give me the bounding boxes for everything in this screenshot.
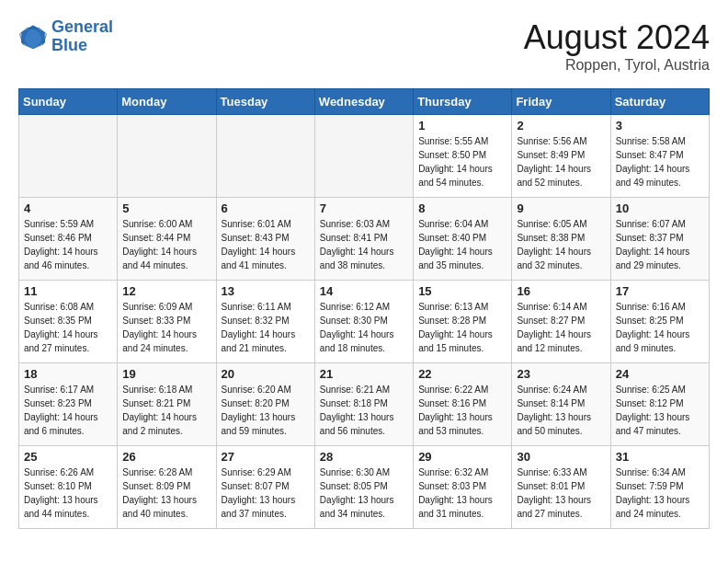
day-info: Sunrise: 5:59 AMSunset: 8:46 PMDaylight:…	[24, 217, 112, 272]
day-number: 31	[616, 450, 704, 464]
calendar-cell: 19Sunrise: 6:18 AMSunset: 8:21 PMDayligh…	[118, 363, 216, 446]
calendar-cell: 4Sunrise: 5:59 AMSunset: 8:46 PMDaylight…	[19, 198, 118, 281]
logo: General Blue	[18, 18, 113, 55]
day-number: 3	[616, 119, 704, 132]
calendar-cell: 22Sunrise: 6:22 AMSunset: 8:16 PMDayligh…	[414, 363, 512, 446]
calendar-week-3: 11Sunrise: 6:08 AMSunset: 8:35 PMDayligh…	[19, 281, 710, 363]
calendar-cell: 26Sunrise: 6:28 AMSunset: 8:09 PMDayligh…	[118, 446, 216, 529]
calendar-cell: 17Sunrise: 6:16 AMSunset: 8:25 PMDayligh…	[610, 281, 709, 363]
day-number: 28	[320, 450, 408, 464]
day-info: Sunrise: 6:08 AMSunset: 8:35 PMDaylight:…	[24, 300, 112, 355]
day-number: 18	[24, 367, 112, 381]
weekday-header-tuesday: Tuesday	[216, 89, 314, 115]
calendar-cell: 28Sunrise: 6:30 AMSunset: 8:05 PMDayligh…	[314, 446, 413, 529]
weekday-header-friday: Friday	[512, 89, 610, 115]
day-info: Sunrise: 5:55 AMSunset: 8:50 PMDaylight:…	[418, 134, 506, 190]
calendar-table: SundayMondayTuesdayWednesdayThursdayFrid…	[18, 88, 710, 529]
day-info: Sunrise: 6:11 AMSunset: 8:32 PMDaylight:…	[222, 300, 310, 355]
day-number: 23	[517, 367, 605, 381]
day-number: 21	[320, 367, 408, 381]
logo-icon	[18, 22, 48, 52]
weekday-header-thursday: Thursday	[414, 89, 512, 115]
day-info: Sunrise: 6:26 AMSunset: 8:10 PMDaylight:…	[24, 465, 112, 521]
calendar-cell: 21Sunrise: 6:21 AMSunset: 8:18 PMDayligh…	[314, 363, 413, 446]
day-info: Sunrise: 6:00 AMSunset: 8:44 PMDaylight:…	[122, 217, 210, 272]
weekday-header-saturday: Saturday	[610, 89, 709, 115]
calendar-cell: 12Sunrise: 6:09 AMSunset: 8:33 PMDayligh…	[118, 281, 216, 363]
day-info: Sunrise: 6:13 AMSunset: 8:28 PMDaylight:…	[418, 300, 506, 355]
day-info: Sunrise: 6:07 AMSunset: 8:37 PMDaylight:…	[616, 217, 704, 272]
day-number: 22	[418, 367, 506, 381]
calendar-cell	[19, 115, 118, 198]
calendar-cell: 8Sunrise: 6:04 AMSunset: 8:40 PMDaylight…	[414, 198, 512, 281]
calendar-cell: 15Sunrise: 6:13 AMSunset: 8:28 PMDayligh…	[414, 281, 512, 363]
calendar-cell: 5Sunrise: 6:00 AMSunset: 8:44 PMDaylight…	[118, 198, 216, 281]
day-number: 17	[616, 284, 704, 298]
day-number: 6	[222, 201, 310, 215]
day-info: Sunrise: 6:28 AMSunset: 8:09 PMDaylight:…	[122, 465, 210, 521]
day-number: 7	[320, 201, 408, 215]
day-number: 25	[24, 450, 112, 464]
weekday-header-monday: Monday	[118, 89, 216, 115]
calendar-cell: 23Sunrise: 6:24 AMSunset: 8:14 PMDayligh…	[512, 363, 610, 446]
day-info: Sunrise: 6:33 AMSunset: 8:01 PMDaylight:…	[517, 465, 605, 521]
day-info: Sunrise: 6:16 AMSunset: 8:25 PMDaylight:…	[616, 300, 704, 355]
calendar-cell: 25Sunrise: 6:26 AMSunset: 8:10 PMDayligh…	[19, 446, 118, 529]
calendar-cell	[118, 115, 216, 198]
day-number: 2	[517, 119, 605, 132]
weekday-header-sunday: Sunday	[19, 89, 118, 115]
day-info: Sunrise: 6:01 AMSunset: 8:43 PMDaylight:…	[222, 217, 310, 272]
weekday-header-row: SundayMondayTuesdayWednesdayThursdayFrid…	[19, 89, 710, 115]
calendar-title: August 2024	[524, 18, 710, 57]
calendar-cell: 24Sunrise: 6:25 AMSunset: 8:12 PMDayligh…	[610, 363, 709, 446]
calendar-subtitle: Roppen, Tyrol, Austria	[524, 57, 710, 74]
day-number: 15	[418, 284, 506, 298]
day-info: Sunrise: 6:25 AMSunset: 8:12 PMDaylight:…	[616, 383, 704, 438]
day-number: 24	[616, 367, 704, 381]
day-number: 4	[24, 201, 112, 215]
page-header: General Blue August 2024 Roppen, Tyrol, …	[18, 18, 710, 74]
day-info: Sunrise: 6:18 AMSunset: 8:21 PMDaylight:…	[122, 383, 210, 438]
day-number: 19	[122, 367, 210, 381]
day-info: Sunrise: 6:03 AMSunset: 8:41 PMDaylight:…	[320, 217, 408, 272]
day-info: Sunrise: 6:09 AMSunset: 8:33 PMDaylight:…	[122, 300, 210, 355]
day-number: 20	[222, 367, 310, 381]
day-number: 8	[418, 201, 506, 215]
calendar-cell: 18Sunrise: 6:17 AMSunset: 8:23 PMDayligh…	[19, 363, 118, 446]
day-info: Sunrise: 6:34 AMSunset: 7:59 PMDaylight:…	[616, 465, 704, 521]
day-info: Sunrise: 6:20 AMSunset: 8:20 PMDaylight:…	[222, 383, 310, 438]
day-info: Sunrise: 6:14 AMSunset: 8:27 PMDaylight:…	[517, 300, 605, 355]
calendar-week-5: 25Sunrise: 6:26 AMSunset: 8:10 PMDayligh…	[19, 446, 710, 529]
day-info: Sunrise: 6:30 AMSunset: 8:05 PMDaylight:…	[320, 465, 408, 521]
day-number: 14	[320, 284, 408, 298]
calendar-cell: 10Sunrise: 6:07 AMSunset: 8:37 PMDayligh…	[610, 198, 709, 281]
calendar-cell: 14Sunrise: 6:12 AMSunset: 8:30 PMDayligh…	[314, 281, 413, 363]
calendar-cell: 29Sunrise: 6:32 AMSunset: 8:03 PMDayligh…	[414, 446, 512, 529]
day-number: 5	[122, 201, 210, 215]
day-number: 13	[222, 284, 310, 298]
day-info: Sunrise: 6:21 AMSunset: 8:18 PMDaylight:…	[320, 383, 408, 438]
day-info: Sunrise: 6:17 AMSunset: 8:23 PMDaylight:…	[24, 383, 112, 438]
logo-text: General Blue	[51, 18, 113, 55]
calendar-cell: 3Sunrise: 5:58 AMSunset: 8:47 PMDaylight…	[610, 115, 709, 198]
day-number: 26	[122, 450, 210, 464]
calendar-cell: 7Sunrise: 6:03 AMSunset: 8:41 PMDaylight…	[314, 198, 413, 281]
calendar-cell: 6Sunrise: 6:01 AMSunset: 8:43 PMDaylight…	[216, 198, 314, 281]
calendar-week-1: 1Sunrise: 5:55 AMSunset: 8:50 PMDaylight…	[19, 115, 710, 198]
day-info: Sunrise: 6:32 AMSunset: 8:03 PMDaylight:…	[418, 465, 506, 521]
day-info: Sunrise: 6:22 AMSunset: 8:16 PMDaylight:…	[418, 383, 506, 438]
day-number: 30	[517, 450, 605, 464]
day-number: 29	[418, 450, 506, 464]
day-number: 27	[222, 450, 310, 464]
calendar-cell: 30Sunrise: 6:33 AMSunset: 8:01 PMDayligh…	[512, 446, 610, 529]
title-block: August 2024 Roppen, Tyrol, Austria	[524, 18, 710, 74]
day-info: Sunrise: 5:58 AMSunset: 8:47 PMDaylight:…	[616, 134, 704, 190]
day-number: 1	[418, 119, 506, 132]
day-info: Sunrise: 6:05 AMSunset: 8:38 PMDaylight:…	[517, 217, 605, 272]
calendar-cell: 27Sunrise: 6:29 AMSunset: 8:07 PMDayligh…	[216, 446, 314, 529]
calendar-cell	[216, 115, 314, 198]
day-info: Sunrise: 6:24 AMSunset: 8:14 PMDaylight:…	[517, 383, 605, 438]
day-info: Sunrise: 6:04 AMSunset: 8:40 PMDaylight:…	[418, 217, 506, 272]
day-number: 16	[517, 284, 605, 298]
weekday-header-wednesday: Wednesday	[314, 89, 413, 115]
